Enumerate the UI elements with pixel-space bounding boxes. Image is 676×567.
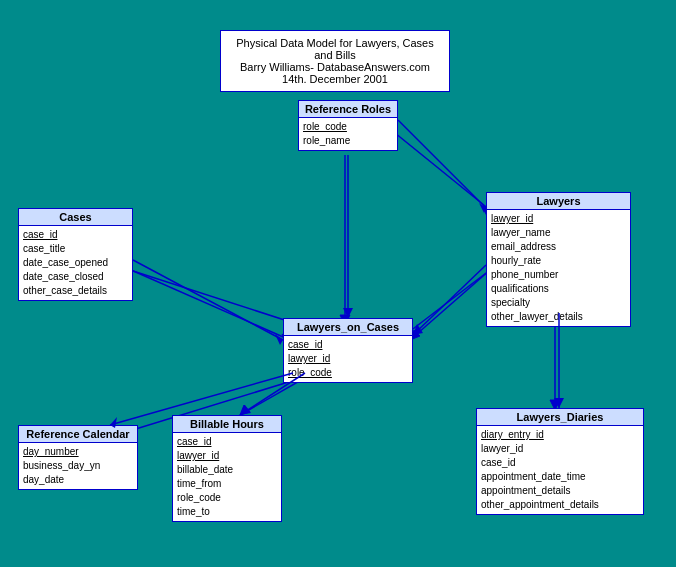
field-date-case-opened: date_case_opened <box>23 256 128 270</box>
table-lawyers-header: Lawyers <box>487 193 630 210</box>
field-ld-case-id: case_id <box>481 456 639 470</box>
title-box: Physical Data Model for Lawyers, Cases a… <box>220 30 450 92</box>
field-loc-case-id: case_id <box>288 338 408 352</box>
field-role-name: role_name <box>303 134 393 148</box>
svg-line-14 <box>130 270 300 325</box>
svg-marker-9 <box>240 405 250 415</box>
svg-marker-25 <box>554 398 564 408</box>
field-case-id: case_id <box>23 228 128 242</box>
svg-line-16 <box>133 260 283 340</box>
field-case-title: case_title <box>23 242 128 256</box>
title-line3: 14th. December 2001 <box>233 73 437 85</box>
field-bh-lawyer-id: lawyer_id <box>177 449 277 463</box>
title-line1: Physical Data Model for Lawyers, Cases a… <box>233 37 437 61</box>
svg-marker-21 <box>343 308 353 318</box>
svg-marker-17 <box>275 334 283 345</box>
svg-line-18 <box>413 265 486 335</box>
field-diary-entry-id: diary_entry_id <box>481 428 639 442</box>
svg-line-0 <box>131 270 290 340</box>
field-specialty: specialty <box>491 296 626 310</box>
field-phone-number: phone_number <box>491 268 626 282</box>
field-appointment-details: appointment_details <box>481 484 639 498</box>
table-reference-roles: Reference Roles role_code role_name <box>298 100 398 151</box>
svg-line-22 <box>398 120 486 208</box>
field-bh-case-id: case_id <box>177 435 277 449</box>
diagram-container: Physical Data Model for Lawyers, Cases a… <box>0 0 676 567</box>
table-lawyers-diaries-header: Lawyers_Diaries <box>477 409 643 426</box>
svg-marker-19 <box>413 324 423 335</box>
field-loc-lawyer-id: lawyer_id <box>288 352 408 366</box>
svg-line-2 <box>410 270 490 340</box>
field-time-from: time_from <box>177 477 277 491</box>
field-ld-lawyer-id: lawyer_id <box>481 442 639 456</box>
field-lawyer-name: lawyer_name <box>491 226 626 240</box>
table-billable-hours: Billable Hours case_id lawyer_id billabl… <box>172 415 282 522</box>
table-reference-calendar-header: Reference Calendar <box>19 426 137 443</box>
svg-marker-27 <box>240 405 251 415</box>
field-date-case-closed: date_case_closed <box>23 270 128 284</box>
table-lawyers-on-cases: Lawyers_on_Cases case_id lawyer_id role_… <box>283 318 413 383</box>
field-lawyer-id: lawyer_id <box>491 212 626 226</box>
field-business-day-yn: business_day_yn <box>23 459 133 473</box>
table-reference-roles-header: Reference Roles <box>299 101 397 118</box>
field-hourly-rate: hourly_rate <box>491 254 626 268</box>
svg-line-6 <box>395 133 490 210</box>
field-bh-role-code: role_code <box>177 491 277 505</box>
table-lawyers: Lawyers lawyer_id lawyer_name email_addr… <box>486 192 631 327</box>
field-appointment-date-time: appointment_date_time <box>481 470 639 484</box>
field-qualifications: qualifications <box>491 282 626 296</box>
title-line2: Barry Williams- DatabaseAnswers.com <box>233 61 437 73</box>
table-cases: Cases case_id case_title date_case_opene… <box>18 208 133 301</box>
field-day-number: day_number <box>23 445 133 459</box>
field-time-to: time_to <box>177 505 277 519</box>
field-day-date: day_date <box>23 473 133 487</box>
table-cases-header: Cases <box>19 209 132 226</box>
field-other-appointment-details: other_appointment_details <box>481 498 639 512</box>
table-lawyers-on-cases-header: Lawyers_on_Cases <box>284 319 412 336</box>
table-lawyers-diaries: Lawyers_Diaries diary_entry_id lawyer_id… <box>476 408 644 515</box>
table-billable-hours-header: Billable Hours <box>173 416 281 433</box>
field-role-code: role_code <box>303 120 393 134</box>
field-other-lawyer-details: other_lawyer_details <box>491 310 626 324</box>
table-reference-calendar: Reference Calendar day_number business_d… <box>18 425 138 490</box>
field-loc-role-code: role_code <box>288 366 408 380</box>
field-other-case-details: other_case_details <box>23 284 128 298</box>
svg-line-15 <box>405 270 490 335</box>
field-billable-date: billable_date <box>177 463 277 477</box>
svg-marker-23 <box>479 203 486 213</box>
field-email-address: email_address <box>491 240 626 254</box>
